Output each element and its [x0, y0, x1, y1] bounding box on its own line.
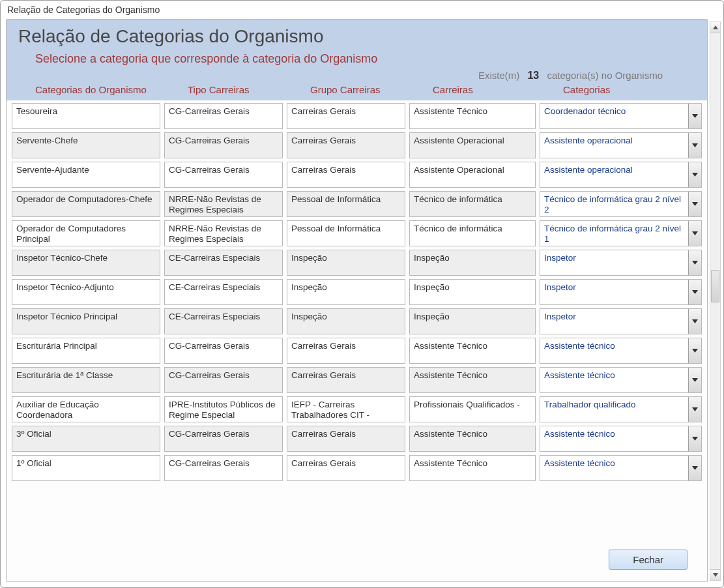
cell-organismo[interactable]: 1º Oficial — [12, 455, 160, 481]
cell-grupo[interactable]: IEFP - Carreiras Trabalhadores CIT - — [287, 396, 405, 422]
categoria-dropdown[interactable]: Assistente operacional — [540, 162, 702, 188]
categoria-value: Assistente técnico — [544, 370, 615, 381]
cell-carreiras[interactable]: Assistente Operacional — [409, 132, 536, 158]
cell-carreiras[interactable]: Assistente Técnico — [409, 338, 536, 364]
cell-organismo[interactable]: Servente-Ajudante — [12, 162, 160, 188]
count-suffix: categoria(s) no Organismo — [547, 70, 663, 81]
table-row: Escriturária PrincipalCG-Carreiras Gerai… — [12, 338, 702, 364]
count-value: 13 — [527, 70, 539, 81]
categoria-dropdown[interactable]: Assistente técnico — [540, 455, 702, 481]
vertical-scrollbar[interactable] — [710, 22, 721, 581]
col-header-organismo: Categorias do Organismo — [35, 84, 184, 95]
chevron-down-icon[interactable] — [688, 133, 701, 158]
cell-grupo[interactable]: Carreiras Gerais — [287, 162, 405, 188]
categoria-dropdown[interactable]: Inspetor — [540, 279, 702, 305]
categoria-dropdown[interactable]: Coordenador técnico — [540, 103, 702, 129]
chevron-down-icon[interactable] — [688, 397, 701, 422]
scroll-down-button[interactable] — [710, 569, 720, 580]
cell-carreiras[interactable]: Assistente Técnico — [409, 426, 536, 452]
chevron-down-icon[interactable] — [688, 368, 701, 392]
chevron-down-icon[interactable] — [688, 162, 701, 187]
cell-organismo[interactable]: Tesoureira — [12, 103, 160, 129]
categoria-dropdown[interactable]: Assistente técnico — [540, 338, 702, 364]
cell-tipo[interactable]: CG-Carreiras Gerais — [164, 426, 283, 452]
cell-carreiras[interactable]: Assistente Operacional — [409, 162, 536, 188]
categoria-dropdown[interactable]: Trabalhador qualificado — [540, 396, 702, 422]
cell-carreiras[interactable]: Técnico de informática — [409, 220, 536, 246]
cell-carreiras[interactable]: Assistente Técnico — [409, 455, 536, 481]
close-button[interactable]: Fechar — [609, 550, 688, 570]
categoria-dropdown[interactable]: Técnico de informática grau 2 nível 2 — [540, 191, 702, 217]
chevron-down-icon[interactable] — [688, 250, 701, 275]
table-area: TesoureiraCG-Carreiras GeraisCarreiras G… — [7, 100, 707, 491]
scroll-thumb[interactable] — [711, 270, 719, 302]
cell-tipo[interactable]: CE-Carreiras Especiais — [164, 250, 283, 276]
chevron-down-icon[interactable] — [688, 104, 701, 128]
cell-organismo[interactable]: Servente-Chefe — [12, 132, 160, 158]
chevron-down-icon[interactable] — [688, 338, 701, 363]
cell-grupo[interactable]: Inspeção — [287, 250, 405, 276]
categoria-dropdown[interactable]: Assistente técnico — [540, 367, 702, 393]
categoria-value: Assistente operacional — [544, 165, 633, 175]
cell-organismo[interactable]: Inspetor Técnico-Adjunto — [12, 279, 160, 305]
cell-grupo[interactable]: Pessoal de Informática — [287, 220, 405, 246]
categoria-dropdown[interactable]: Assistente técnico — [540, 426, 702, 452]
cell-grupo[interactable]: Carreiras Gerais — [287, 103, 405, 129]
cell-tipo[interactable]: CG-Carreiras Gerais — [164, 132, 283, 158]
cell-grupo[interactable]: Carreiras Gerais — [287, 338, 405, 364]
scroll-up-button[interactable] — [710, 22, 720, 33]
cell-grupo[interactable]: Carreiras Gerais — [287, 367, 405, 393]
table-row: Inspetor Técnico PrincipalCE-Carreiras E… — [12, 308, 702, 334]
cell-grupo[interactable]: Inspeção — [287, 308, 405, 334]
cell-organismo[interactable]: Operador de Computadores Principal — [12, 220, 160, 246]
cell-tipo[interactable]: CG-Carreiras Gerais — [164, 455, 283, 481]
chevron-down-icon[interactable] — [688, 309, 701, 334]
cell-grupo[interactable]: Carreiras Gerais — [287, 455, 405, 481]
chevron-down-icon[interactable] — [688, 221, 701, 246]
cell-organismo[interactable]: Operador de Computadores-Chefe — [12, 191, 160, 217]
chevron-down-icon[interactable] — [688, 280, 701, 304]
cell-tipo[interactable]: IPRE-Institutos Públicos de Regime Espec… — [164, 396, 283, 422]
categoria-dropdown[interactable]: Assistente operacional — [540, 132, 702, 158]
cell-tipo[interactable]: CE-Carreiras Especiais — [164, 308, 283, 334]
cell-organismo[interactable]: Escriturária Principal — [12, 338, 160, 364]
cell-tipo[interactable]: CG-Carreiras Gerais — [164, 338, 283, 364]
cell-grupo[interactable]: Inspeção — [287, 279, 405, 305]
col-header-tipo: Tipo Carreiras — [188, 84, 306, 95]
categoria-value: Inspetor — [544, 253, 576, 263]
table-row: TesoureiraCG-Carreiras GeraisCarreiras G… — [12, 103, 702, 129]
cell-tipo[interactable]: NRRE-Não Revistas de Regimes Especiais — [164, 220, 283, 246]
categoria-dropdown[interactable]: Inspetor — [540, 308, 702, 334]
col-header-categorias: Categorias — [563, 84, 695, 95]
chevron-down-icon[interactable] — [688, 456, 701, 480]
cell-tipo[interactable]: CG-Carreiras Gerais — [164, 162, 283, 188]
cell-carreiras[interactable]: Inspeção — [409, 279, 536, 305]
chevron-down-icon[interactable] — [688, 192, 701, 216]
cell-carreiras[interactable]: Assistente Técnico — [409, 103, 536, 129]
cell-carreiras[interactable]: Inspeção — [409, 308, 536, 334]
footer: Fechar — [609, 550, 688, 570]
cell-organismo[interactable]: Auxiliar de Educação Coordenadora — [12, 396, 160, 422]
cell-carreiras[interactable]: Assistente Técnico — [409, 367, 536, 393]
cell-tipo[interactable]: CE-Carreiras Especiais — [164, 279, 283, 305]
cell-carreiras[interactable]: Inspeção — [409, 250, 536, 276]
categoria-value: Inspetor — [544, 282, 576, 293]
categoria-dropdown[interactable]: Inspetor — [540, 250, 702, 276]
chevron-down-icon[interactable] — [688, 426, 701, 451]
cell-carreiras[interactable]: Profissionais Qualificados - — [409, 396, 536, 422]
categoria-value: Assistente técnico — [544, 458, 615, 469]
cell-grupo[interactable]: Carreiras Gerais — [287, 426, 405, 452]
cell-organismo[interactable]: Escriturária de 1ª Classe — [12, 367, 160, 393]
categoria-dropdown[interactable]: Técnico de informática grau 2 nível 1 — [540, 220, 702, 246]
cell-organismo[interactable]: Inspetor Técnico-Chefe — [12, 250, 160, 276]
col-header-grupo: Grupo Carreiras — [310, 84, 429, 95]
cell-tipo[interactable]: NRRE-Não Revistas de Regimes Especiais — [164, 191, 283, 217]
cell-organismo[interactable]: Inspetor Técnico Principal — [12, 308, 160, 334]
count-prefix: Existe(m) — [478, 70, 519, 81]
cell-organismo[interactable]: 3º Oficial — [12, 426, 160, 452]
cell-grupo[interactable]: Carreiras Gerais — [287, 132, 405, 158]
cell-tipo[interactable]: CG-Carreiras Gerais — [164, 103, 283, 129]
cell-carreiras[interactable]: Técnico de informática — [409, 191, 536, 217]
cell-tipo[interactable]: CG-Carreiras Gerais — [164, 367, 283, 393]
cell-grupo[interactable]: Pessoal de Informática — [287, 191, 405, 217]
